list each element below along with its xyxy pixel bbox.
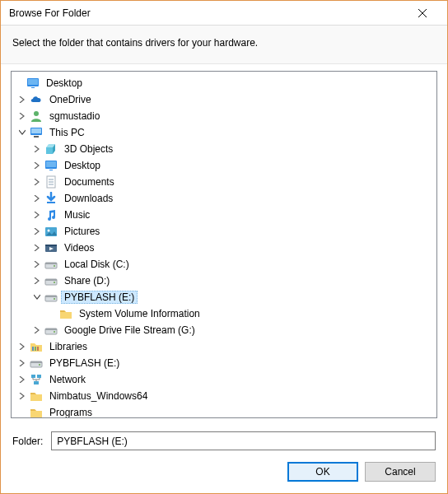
tree-item-programs[interactable]: Programs <box>12 404 436 418</box>
ok-button[interactable]: OK <box>287 462 358 482</box>
chevron-right-icon[interactable] <box>16 94 28 105</box>
tree-label: Nimbatus_Windows64 <box>46 389 151 403</box>
tree-item-pybflash-2[interactable]: PYBFLASH (E:) <box>12 355 436 371</box>
tree-label: This PC <box>46 126 88 139</box>
tree-label: Programs <box>46 406 96 418</box>
drive-icon <box>44 324 58 337</box>
chevron-right-icon[interactable] <box>31 143 43 155</box>
tree-label: Network <box>46 373 89 386</box>
titlebar: Browse For Folder <box>1 1 447 26</box>
tree-label: PYBFLASH (E:) <box>61 291 138 304</box>
tree-label: Local Disk (C:) <box>61 258 133 271</box>
tree-item-documents[interactable]: Documents <box>12 174 436 190</box>
tree-item-share[interactable]: Share (D:) <box>12 273 436 289</box>
chevron-right-icon[interactable] <box>31 259 43 270</box>
tree-item-desktop-folder[interactable]: Desktop <box>12 157 436 174</box>
folder-field-row: Folder: <box>1 423 447 455</box>
tree-label: Videos <box>61 241 97 254</box>
tree-item-videos[interactable]: Videos <box>12 240 436 256</box>
drive-icon <box>44 258 58 271</box>
drive-icon <box>44 291 58 304</box>
tree-item-music[interactable]: Music <box>12 207 436 223</box>
chevron-down-icon[interactable] <box>16 127 28 138</box>
tree-item-google-drive[interactable]: Google Drive File Stream (G:) <box>12 322 436 338</box>
chevron-right-icon[interactable] <box>16 390 28 402</box>
tree-label: sgmustadio <box>46 110 103 123</box>
libraries-icon <box>30 340 43 353</box>
dialog-title: Browse For Folder <box>9 7 404 19</box>
tree-item-local-disk[interactable]: Local Disk (C:) <box>12 256 436 273</box>
tree-item-this-pc[interactable]: This PC <box>12 124 436 141</box>
pictures-icon <box>44 225 58 238</box>
chevron-right-icon[interactable] <box>31 324 43 336</box>
tree-item-user[interactable]: sgmustadio <box>12 108 436 124</box>
user-icon <box>30 110 43 123</box>
tree-item-onedrive[interactable]: OneDrive <box>12 91 436 108</box>
tree-label: PYBFLASH (E:) <box>46 357 123 370</box>
close-button[interactable] <box>404 2 441 25</box>
chevron-down-icon[interactable] <box>31 291 43 303</box>
tree-item-downloads[interactable]: Downloads <box>12 190 436 207</box>
videos-icon <box>44 241 58 254</box>
tree-item-system-volume[interactable]: System Volume Information <box>12 305 436 322</box>
tree-label: Google Drive File Stream (G:) <box>61 324 198 337</box>
folder-icon <box>30 406 43 418</box>
tree-label: Documents <box>61 175 118 189</box>
folder-icon <box>30 389 43 403</box>
folder-icon <box>59 307 72 320</box>
tree-label: 3D Objects <box>61 142 116 156</box>
folder-label: Folder: <box>12 436 43 447</box>
instruction-text: Select the folder that contains drivers … <box>1 26 447 64</box>
button-row: OK Cancel <box>1 455 447 493</box>
chevron-right-icon[interactable] <box>31 193 43 204</box>
chevron-right-icon[interactable] <box>16 341 28 352</box>
tree-label: Share (D:) <box>61 274 113 287</box>
tree-item-libraries[interactable]: Libraries <box>12 338 436 355</box>
close-icon <box>418 9 427 17</box>
tree-item-nimbatus[interactable]: Nimbatus_Windows64 <box>12 388 436 404</box>
chevron-right-icon[interactable] <box>31 209 43 221</box>
chevron-right-icon[interactable] <box>31 242 43 254</box>
tree-label: Desktop <box>61 159 104 172</box>
chevron-right-icon[interactable] <box>31 160 43 171</box>
drive-icon <box>30 357 43 370</box>
browse-for-folder-dialog: Browse For Folder Select the folder that… <box>0 0 448 494</box>
chevron-right-icon[interactable] <box>16 374 28 385</box>
chevron-right-icon[interactable] <box>31 176 43 188</box>
tree-label: Pictures <box>61 225 103 238</box>
music-icon <box>44 208 58 221</box>
download-icon <box>44 192 58 205</box>
chevron-right-icon[interactable] <box>16 357 28 369</box>
3d-icon <box>44 142 58 156</box>
cancel-button[interactable]: Cancel <box>365 462 436 482</box>
tree-label: System Volume Information <box>76 307 203 320</box>
pc-icon <box>30 126 43 139</box>
tree-item-pybflash[interactable]: PYBFLASH (E:) <box>12 289 436 305</box>
chevron-right-icon[interactable] <box>31 275 43 287</box>
tree-item-desktop[interactable]: Desktop <box>12 75 436 91</box>
tree-label: Downloads <box>61 192 116 205</box>
tree-item-3d-objects[interactable]: 3D Objects <box>12 141 436 157</box>
folder-input[interactable] <box>51 431 436 450</box>
drive-icon <box>44 274 58 287</box>
chevron-right-icon[interactable] <box>16 110 28 122</box>
tree-item-network[interactable]: Network <box>12 371 436 388</box>
document-icon <box>44 175 58 189</box>
tree-item-pictures[interactable]: Pictures <box>12 223 436 240</box>
desktop-icon <box>26 77 40 90</box>
desktop-icon <box>44 159 58 172</box>
network-icon <box>30 373 43 386</box>
tree-label: Desktop <box>43 77 86 90</box>
tree-label: OneDrive <box>46 93 95 106</box>
cloud-icon <box>30 93 43 106</box>
tree-label: Music <box>61 208 93 221</box>
folder-tree[interactable]: Desktop OneDrive sgmustadio This PC 3D O… <box>11 71 437 418</box>
chevron-right-icon[interactable] <box>31 226 43 237</box>
tree-label: Libraries <box>46 340 91 353</box>
